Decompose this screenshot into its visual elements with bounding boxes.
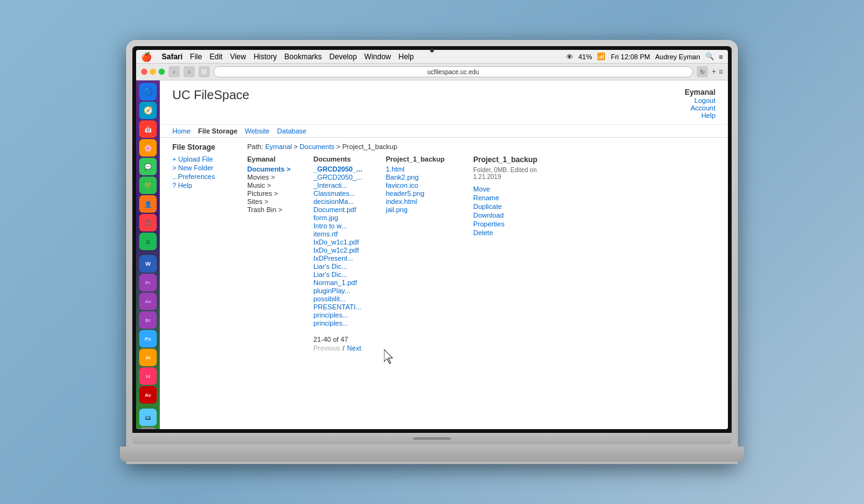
view-menu[interactable]: View (230, 52, 246, 61)
account-link[interactable]: Account (685, 104, 715, 112)
eymanal-trash[interactable]: Trash Bin > (247, 206, 303, 213)
minimize-button[interactable] (150, 69, 156, 75)
dock-finder2[interactable]: 🗂 (139, 409, 157, 426)
logout-link[interactable]: Logout (685, 97, 715, 104)
proj-header5[interactable]: header5.png (386, 190, 448, 197)
doc-classmates[interactable]: Classmates... (313, 190, 376, 197)
action-delete[interactable]: Delete (473, 229, 554, 236)
col-project: Project_1_backup 1.html Bank2.png favico… (386, 155, 448, 357)
eymanal-music[interactable]: Music > (247, 182, 303, 189)
dock-photoshop[interactable]: Ps (139, 330, 157, 347)
doc-ixdo2[interactable]: IxDo_w1c2.pdf (313, 246, 376, 254)
doc-liars2[interactable]: Liar's Dic... (313, 271, 376, 278)
doc-items[interactable]: items.rtf (313, 230, 376, 238)
page-header: UC FileSpace Eymanal Logout Account Help (160, 80, 728, 125)
nav-database[interactable]: Database (277, 127, 307, 135)
eymanal-documents[interactable]: Documents > (247, 165, 303, 173)
doc-ixdpresent[interactable]: IxDPresent... (313, 254, 376, 262)
dock-music[interactable]: 🎵 (139, 214, 157, 231)
doc-form[interactable]: form.jpg (313, 214, 376, 221)
path-eymanal[interactable]: Eymanal (265, 143, 292, 150)
previous-link[interactable]: Previous (313, 344, 340, 352)
history-menu[interactable]: History (253, 52, 277, 61)
proj-1html[interactable]: 1.html (386, 165, 448, 173)
doc-principles2[interactable]: principles... (313, 319, 376, 327)
eymanal-sites[interactable]: Sites > (247, 198, 303, 205)
preferences-btn[interactable]: ...Preferences (172, 173, 241, 180)
url-bar[interactable]: ucfilespace.uc.edu (214, 66, 693, 77)
share-button[interactable]: ⬜ (199, 66, 210, 77)
proj-jail[interactable]: jail.png (386, 206, 448, 213)
dock-finder[interactable]: 🔵 (139, 83, 157, 100)
sidebar-toggle-icon[interactable]: ≡ (719, 67, 723, 76)
edit-menu[interactable]: Edit (210, 52, 223, 61)
proj-favicon[interactable]: favicon.ico (386, 182, 448, 189)
proj-bank2[interactable]: Bank2.png (386, 173, 448, 181)
bookmarks-menu[interactable]: Bookmarks (285, 52, 322, 61)
back-button[interactable]: ‹ (169, 66, 180, 77)
doc-grcd2[interactable]: _GRCD2050_... (313, 173, 376, 181)
help-action-btn[interactable]: ? Help (172, 182, 241, 189)
next-link[interactable]: Next (347, 344, 361, 352)
dock-premiere[interactable]: Pr (139, 274, 157, 291)
doc-ixdo1[interactable]: IxDo_w1c1.pdf (313, 238, 376, 246)
reload-button[interactable]: ↻ (697, 66, 708, 77)
dock-word[interactable]: W (139, 255, 157, 273)
doc-norman[interactable]: Norman_1.pdf (313, 279, 376, 286)
doc-plugin[interactable]: pluginPlay... (313, 287, 376, 294)
doc-present[interactable]: PRESENTATI... (313, 303, 376, 311)
doc-possib[interactable]: possibilit... (313, 295, 376, 303)
safari-menu[interactable]: Safari (162, 52, 182, 61)
help-link[interactable]: Help (685, 112, 715, 119)
action-download[interactable]: Download (473, 211, 554, 219)
add-tab-icon[interactable]: + (712, 67, 716, 76)
dock-after-effects[interactable]: Ae (139, 293, 157, 310)
doc-grcd1[interactable]: _GRCD2050_... (313, 165, 376, 173)
dock-trash[interactable]: 🗑 (139, 427, 157, 429)
eymanal-pictures[interactable]: Pictures > (247, 190, 303, 197)
menubar-right: 👁 41% 📶 Fri 12:08 PM Audrey Eyman 🔍 ≡ (566, 52, 723, 61)
dock-spotify[interactable]: ♫ (139, 233, 157, 250)
pagination-range: 21-40 of 47 (313, 336, 376, 343)
new-folder-btn[interactable]: > New Folder (172, 164, 241, 172)
nav-website[interactable]: Website (245, 127, 270, 135)
dock-acrobat[interactable]: Ac (139, 386, 157, 404)
forward-button[interactable]: › (184, 66, 195, 77)
eymanal-movies[interactable]: Movies > (247, 173, 303, 181)
dock-contacts[interactable]: 👤 (139, 195, 157, 213)
doc-decision[interactable]: decisionMa... (313, 198, 376, 205)
dock-safari[interactable]: 🧭 (139, 102, 157, 119)
dock-bridge[interactable]: Br (139, 311, 157, 329)
left-panel: File Storage + Upload File > New Folder … (172, 143, 241, 357)
action-duplicate[interactable]: Duplicate (473, 203, 554, 210)
doc-interact[interactable]: _Interacti... (313, 182, 376, 189)
nav-file-storage[interactable]: File Storage (198, 127, 237, 135)
search-icon[interactable]: 🔍 (705, 52, 714, 61)
doc-document[interactable]: Document.pdf (313, 206, 376, 213)
doc-liars1[interactable]: Liar's Dic... (313, 263, 376, 270)
develop-menu[interactable]: Develop (330, 52, 357, 61)
path-documents[interactable]: Documents (300, 143, 335, 150)
proj-index[interactable]: index.html (386, 198, 448, 205)
file-menu[interactable]: File (190, 52, 202, 61)
dock-illustrator[interactable]: Ai (139, 349, 157, 366)
nav-home[interactable]: Home (172, 127, 190, 135)
close-button[interactable] (141, 69, 147, 75)
dock-wechat[interactable]: 💚 (139, 177, 157, 194)
dock-indesign[interactable]: Id (139, 367, 157, 385)
doc-principles1[interactable]: principles... (313, 311, 376, 319)
apple-menu[interactable]: 🍎 (141, 52, 152, 62)
help-menu[interactable]: Help (398, 52, 414, 61)
dock-calendar[interactable]: 📅 (139, 120, 157, 138)
upload-file-btn[interactable]: + Upload File (172, 155, 241, 163)
maximize-button[interactable] (159, 69, 165, 75)
dock-photos[interactable]: 🌸 (139, 139, 157, 157)
window-menu[interactable]: Window (365, 52, 391, 61)
user-area: Eymanal Logout Account Help (685, 88, 715, 119)
list-icon[interactable]: ≡ (719, 53, 723, 61)
action-properties[interactable]: Properties (473, 220, 554, 228)
action-move[interactable]: Move (473, 185, 554, 193)
action-rename[interactable]: Rename (473, 194, 554, 201)
dock-messages[interactable]: 💬 (139, 158, 157, 175)
doc-intro[interactable]: Intro to w... (313, 222, 376, 230)
